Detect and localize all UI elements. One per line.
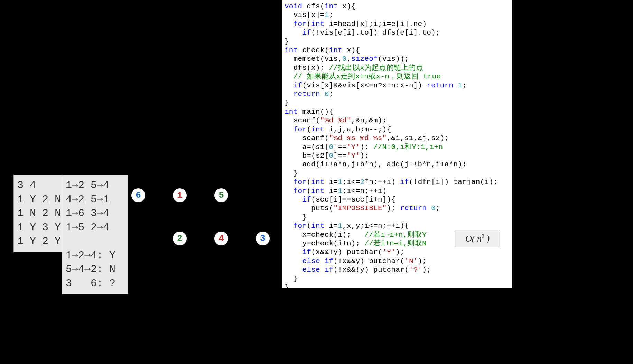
graph-node-1: 1 — [173, 188, 187, 202]
graph-node-5: 5 — [214, 188, 228, 202]
graph-node-3: 3 — [256, 232, 270, 245]
time-complexity-box: O( n2 ) — [455, 230, 500, 247]
graph-node-4: 4 — [214, 232, 228, 245]
time-complexity-text: O( n2 ) — [465, 233, 490, 244]
derivation-panel: 1→2 5→4 4→2 5→1 1→6 3→4 1→5 2→4 1→2→4: Y… — [62, 175, 128, 294]
input-sample-panel: 3 4 1 Y 2 N 1 N 2 N 1 Y 3 Y 1 Y 2 Y — [13, 175, 64, 252]
graph-node-6: 6 — [131, 188, 145, 202]
graph-node-2: 2 — [173, 232, 187, 245]
